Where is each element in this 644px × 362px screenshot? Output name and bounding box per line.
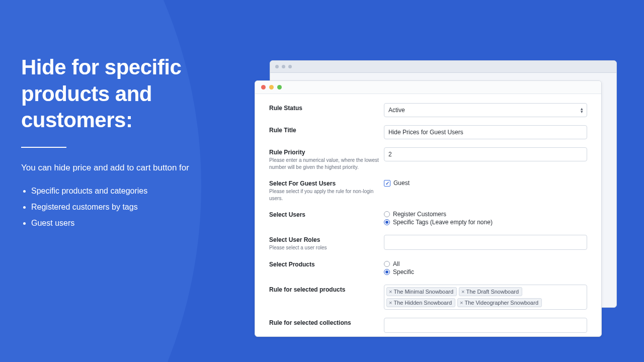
window-titlebar[interactable] [255, 81, 601, 94]
radio-label: Specific [393, 268, 414, 276]
radio-label: All [393, 260, 399, 267]
label-selected-products: Rule for selected products [269, 286, 384, 293]
row-rule-title: Rule Title [269, 121, 587, 143]
label-user-roles: Select User Roles [269, 236, 384, 243]
row-select-users: Select Users Register Customers Specific… [269, 206, 587, 231]
row-rule-priority: Rule Priority Please enter a numerical v… [269, 143, 587, 174]
row-user-roles: Select User Roles Please select a user r… [269, 231, 587, 255]
row-selected-products: Rule for selected products ×The Minimal … [269, 281, 587, 314]
marketing-panel: Hide for specific products and customers… [21, 54, 222, 231]
list-item: Guest users [31, 215, 222, 231]
traffic-light-icon [282, 65, 285, 68]
product-tag[interactable]: ×The Videographer Snowboard [457, 298, 542, 307]
help-guest-users: Please select if you apply the rule for … [269, 188, 384, 202]
label-guest-users: Select For Guest Users [269, 180, 384, 187]
selected-products-input[interactable]: ×The Minimal Snowboard×The Draft Snowboa… [384, 285, 587, 310]
close-icon[interactable] [261, 85, 266, 89]
row-select-products: Select Products All Specific [269, 255, 587, 281]
radio-icon[interactable] [384, 261, 390, 267]
marketing-headline: Hide for specific products and customers… [21, 54, 222, 134]
guest-checkbox[interactable] [384, 180, 390, 187]
minimize-icon[interactable] [269, 85, 274, 89]
traffic-light-icon [288, 65, 292, 68]
product-tag-label: The Videographer Snowboard [464, 300, 538, 306]
radio-icon[interactable] [384, 269, 390, 275]
selected-collections-input[interactable] [384, 318, 587, 333]
radio-register-customers[interactable]: Register Customers [384, 211, 587, 218]
marketing-bullet-list: Specific products and categories Registe… [21, 183, 222, 231]
rule-status-value: Active [384, 103, 587, 117]
remove-tag-icon[interactable]: × [461, 289, 464, 295]
remove-tag-icon[interactable]: × [389, 289, 392, 295]
product-tag-label: The Hidden Snowboard [393, 300, 452, 306]
help-rule-priority: Please enter a numerical value, where th… [269, 157, 384, 170]
settings-window: Rule Status Active ▴▾ Rule Title Rule Pr… [255, 80, 602, 337]
radio-products-all[interactable]: All [384, 260, 587, 267]
background-window-titlebar [270, 61, 616, 73]
radio-products-specific[interactable]: Specific [384, 268, 587, 276]
help-user-roles: Please select a user roles [269, 244, 384, 251]
radio-specific-tags[interactable]: Specific Tags (Leave empty for none) [384, 219, 587, 226]
label-rule-priority: Rule Priority [269, 149, 384, 156]
radio-label: Register Customers [393, 211, 446, 218]
list-item: Registered customers by tags [31, 199, 222, 215]
product-tag-label: The Draft Snowboard [466, 289, 519, 295]
row-selected-collections: Rule for selected collections [269, 314, 587, 337]
remove-tag-icon[interactable]: × [460, 300, 463, 306]
radio-icon[interactable] [384, 219, 390, 225]
label-rule-title: Rule Title [269, 127, 384, 134]
rule-status-select[interactable]: Active ▴▾ [384, 103, 587, 117]
product-tag[interactable]: ×The Minimal Snowboard [386, 287, 457, 296]
product-tag[interactable]: ×The Draft Snowboard [459, 287, 522, 296]
label-selected-collections: Rule for selected collections [269, 319, 384, 326]
product-tag-label: The Minimal Snowboard [393, 289, 453, 295]
rule-priority-input[interactable] [384, 147, 587, 161]
remove-tag-icon[interactable]: × [389, 300, 392, 306]
traffic-light-icon [275, 65, 279, 68]
maximize-icon[interactable] [277, 85, 282, 89]
product-tag[interactable]: ×The Hidden Snowboard [386, 298, 455, 307]
user-roles-input[interactable] [384, 235, 587, 250]
row-rule-status: Rule Status Active ▴▾ [269, 99, 587, 121]
label-rule-status: Rule Status [269, 105, 384, 112]
guest-checkbox-label: Guest [393, 179, 410, 187]
marketing-subhead: You can hide price and add to cart butto… [21, 161, 222, 175]
rule-form: Rule Status Active ▴▾ Rule Title Rule Pr… [255, 94, 601, 337]
rule-title-input[interactable] [384, 125, 587, 139]
divider-line [21, 147, 66, 148]
label-select-users: Select Users [269, 211, 384, 218]
radio-icon[interactable] [384, 211, 390, 217]
radio-label: Specific Tags (Leave empty for none) [393, 219, 493, 226]
label-select-products: Select Products [269, 261, 384, 268]
row-guest-users: Select For Guest Users Please select if … [269, 174, 587, 206]
guest-checkbox-row[interactable]: Guest [384, 179, 587, 187]
list-item: Specific products and categories [31, 183, 222, 199]
